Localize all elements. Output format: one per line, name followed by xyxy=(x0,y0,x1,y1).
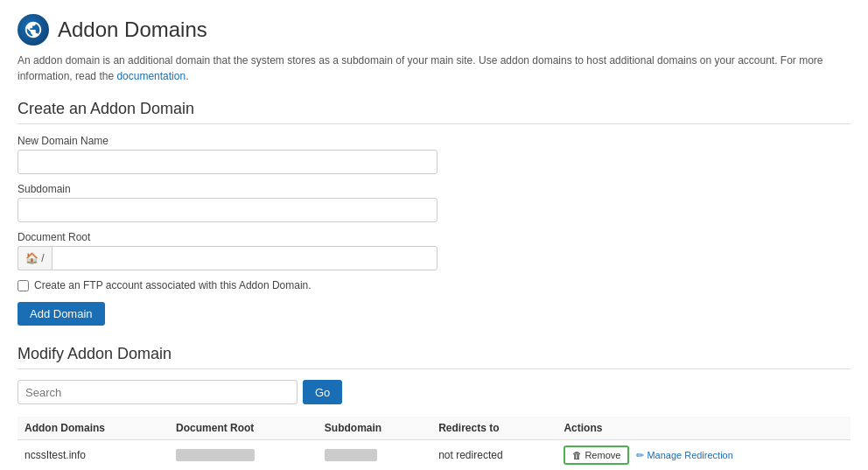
create-section: Create an Addon Domain New Domain Name S… xyxy=(18,100,850,326)
go-button[interactable]: Go xyxy=(303,380,342,404)
manage-redirection-button[interactable]: ✏ Manage Redirection xyxy=(636,450,732,461)
col-subdomain: Subdomain xyxy=(318,417,431,440)
modify-section: Modify Addon Domain Go Addon Domains Doc… xyxy=(18,345,850,470)
search-input[interactable] xyxy=(18,380,298,404)
cell-subdomain xyxy=(318,440,431,471)
cell-redirects-to: not redirected xyxy=(431,440,556,471)
document-root-input-group: 🏠 / xyxy=(18,246,438,270)
cell-actions: 🗑 Remove ✏ Manage Redirection xyxy=(556,440,850,471)
trash-icon: 🗑 xyxy=(572,450,582,460)
search-row: Go xyxy=(18,380,850,404)
page-container: Addon Domains An addon domain is an addi… xyxy=(0,0,868,470)
remove-button[interactable]: 🗑 Remove xyxy=(564,445,629,465)
modify-section-title: Modify Addon Domain xyxy=(18,345,850,369)
document-root-label: Document Root xyxy=(18,231,850,243)
col-addon-domains: Addon Domains xyxy=(18,417,169,440)
addon-domains-table: Addon Domains Document Root Subdomain Re… xyxy=(18,417,850,470)
cell-addon-domain: ncssItest.info xyxy=(18,440,169,471)
ftp-checkbox[interactable] xyxy=(18,280,29,291)
subdomain-input[interactable] xyxy=(18,198,438,222)
page-description: An addon domain is an additional domain … xyxy=(18,53,850,84)
create-section-title: Create an Addon Domain xyxy=(18,100,850,124)
add-domain-button[interactable]: Add Domain xyxy=(18,302,105,326)
ftp-checkbox-label: Create an FTP account associated with th… xyxy=(34,279,312,291)
col-redirects-to: Redirects to xyxy=(431,417,556,440)
table-row: ncssItest.info not redirected 🗑 Remove ✏… xyxy=(18,440,850,471)
document-root-group: Document Root 🏠 / xyxy=(18,231,850,270)
subdomain-label: Subdomain xyxy=(18,183,850,195)
new-domain-label: New Domain Name xyxy=(18,135,850,147)
pencil-icon: ✏ xyxy=(636,450,644,461)
new-domain-group: New Domain Name xyxy=(18,135,850,174)
ftp-checkbox-group: Create an FTP account associated with th… xyxy=(18,279,850,291)
document-root-input[interactable] xyxy=(52,246,438,270)
documentation-link[interactable]: documentation xyxy=(116,70,186,82)
addon-domains-icon xyxy=(18,14,49,46)
subdomain-group: Subdomain xyxy=(18,183,850,222)
page-header: Addon Domains xyxy=(18,14,850,46)
table-header: Addon Domains Document Root Subdomain Re… xyxy=(18,417,850,440)
home-prefix-icon: 🏠 / xyxy=(18,246,52,270)
new-domain-input[interactable] xyxy=(18,150,438,174)
page-title: Addon Domains xyxy=(58,18,207,42)
col-actions: Actions xyxy=(556,417,850,440)
cell-document-root xyxy=(169,440,318,471)
col-document-root: Document Root xyxy=(169,417,318,440)
table-body: ncssItest.info not redirected 🗑 Remove ✏… xyxy=(18,440,850,471)
